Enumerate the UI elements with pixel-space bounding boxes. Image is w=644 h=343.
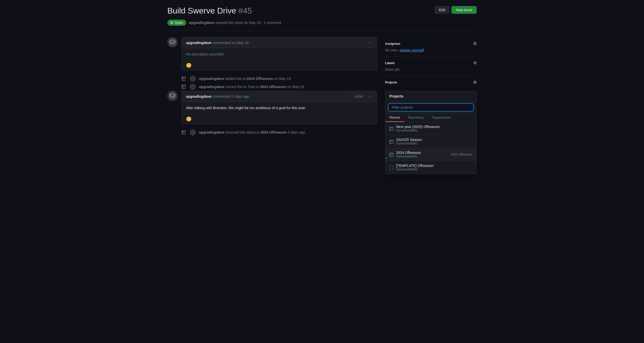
more-options-icon-1[interactable]: ··· [368, 40, 373, 45]
projects-dropdown: Projects Recent Repository Organization [385, 91, 477, 174]
svg-rect-20 [169, 95, 171, 96]
svg-rect-1 [170, 39, 175, 40]
svg-rect-30 [390, 127, 393, 131]
selected-arrow-icon [385, 156, 388, 163]
timeline-target-3: 2024 Offseason [260, 130, 287, 134]
timeline-suffix-1: on May 19 [274, 77, 291, 81]
timeline-actor-3: upgradingdave [199, 130, 224, 134]
timeline-suffix-2: on May 19 [287, 85, 304, 89]
comment-header-2: upgradingdave commented 2 days ago Autho… [182, 91, 377, 102]
more-options-icon-2[interactable]: ··· [368, 94, 373, 99]
issue-number: #45 [238, 6, 252, 15]
tab-recent[interactable]: Recent [385, 113, 404, 122]
dropdown-header: Projects [385, 91, 476, 102]
svg-rect-18 [170, 93, 175, 94]
emoji-reaction-button-1[interactable]: 🙂 [186, 63, 192, 68]
new-issue-button[interactable]: New issue [451, 6, 477, 14]
svg-rect-25 [173, 98, 174, 99]
projects-section: Projects ⚙ Projects Recent Repository Or… [385, 76, 477, 91]
project-owner-3: Fahrenheit6882 [396, 155, 448, 158]
project-item-1[interactable]: Next year (2025) Offseason Fahrenheit688… [385, 122, 476, 135]
status-badge: Open [167, 20, 186, 26]
comment-header-1: upgradingdave commented on May 19 ··· [182, 37, 377, 48]
svg-rect-39 [390, 166, 393, 169]
comment-author-2: upgradingdave [186, 94, 211, 98]
projects-tabs: Recent Repository Organization [385, 113, 476, 122]
project-name-1: Next year (2025) Offseason [396, 125, 472, 129]
assignees-label: Assignees [385, 42, 400, 46]
issue-author: upgradingdave opened this issue on May 1… [189, 21, 281, 25]
timeline-item-3: upgradingdave removed the status in 2024… [167, 128, 377, 136]
filter-projects-input[interactable] [388, 104, 473, 111]
issue-title: Build Swerve Drive #45 [167, 6, 252, 16]
tab-repository[interactable]: Repository [404, 113, 428, 122]
assignees-section: Assignees ⚙ No one—assign yourself [385, 37, 477, 56]
projects-label: Projects [385, 81, 397, 84]
timeline-item-1: upgradingdave added this to 2024 Offseas… [167, 75, 377, 83]
header-buttons: Edit New issue [435, 6, 477, 14]
project-icon-3 [181, 129, 187, 135]
comment-body-2: After talking with Brandon, this might b… [182, 102, 377, 114]
project-icon-2 [181, 84, 187, 90]
timeline-suffix-3: 2 days ago [288, 130, 305, 134]
tab-organization[interactable]: Organization [428, 113, 455, 122]
page-header: Build Swerve Drive #45 Edit New issue [167, 6, 477, 16]
header-divider [167, 31, 477, 31]
project-owner-4: Fahrenheit6882 [396, 168, 472, 171]
comment-timestamp-1: commented on May 19 [212, 41, 248, 45]
timeline-action-1: added this to [225, 77, 246, 81]
project-name-4: [TEMPLATE] Offseason [396, 164, 472, 168]
project-board-icon-4 [389, 165, 393, 169]
project-tag-3: 2024 Offseason [451, 153, 472, 156]
edit-button[interactable]: Edit [435, 6, 449, 14]
timeline-avatar-3 [190, 129, 196, 135]
project-owner-1: Fahrenheit6882 [396, 129, 472, 132]
labels-label: Labels [385, 61, 395, 65]
filter-input-wrapper [385, 102, 476, 113]
svg-rect-9 [182, 77, 185, 80]
issue-meta: Open upgradingdave opened this issue on … [167, 20, 477, 26]
comment-meta-2: upgradingdave commented 2 days ago [186, 94, 250, 98]
assignees-gear-icon[interactable]: ⚙ [473, 41, 477, 46]
project-item-3[interactable]: 2024 Offseason Fahrenheit6882 2024 Offse… [385, 148, 476, 161]
svg-rect-29 [190, 129, 196, 135]
comment-block-1: upgradingdave commented on May 19 ··· No… [167, 37, 377, 70]
svg-rect-23 [170, 97, 174, 98]
svg-rect-2 [169, 40, 175, 41]
timeline-target-1: 2024 Offseason [247, 77, 273, 81]
comment-card-1: upgradingdave commented on May 19 ··· No… [182, 37, 377, 70]
status-text: Open [174, 21, 183, 25]
comment-body-1: No description provided. [182, 48, 377, 60]
timeline-actor-1: upgradingdave [199, 77, 224, 81]
svg-rect-13 [182, 85, 185, 89]
timeline-action-2: moved this to Todo in [225, 85, 259, 89]
svg-rect-3 [169, 41, 171, 42]
emoji-reaction-button-2[interactable]: 🙂 [186, 117, 192, 122]
author-badge: Author [352, 94, 366, 99]
labels-section: Labels ⚙ None yet [385, 56, 477, 76]
assignees-value: No one—assign yourself [385, 48, 477, 52]
project-name-2: 2024/25 Season [396, 138, 472, 142]
svg-rect-5 [169, 42, 175, 44]
comment-footer-2: 🙂 [182, 114, 377, 124]
comment-meta-1: upgradingdave commented on May 19 [186, 41, 249, 45]
projects-gear-icon[interactable]: ⚙ [473, 80, 477, 85]
project-name-3: 2024 Offseason [396, 151, 448, 155]
svg-rect-22 [169, 96, 175, 97]
comment-card-2: upgradingdave commented 2 days ago Autho… [182, 91, 377, 124]
project-board-icon-2 [389, 139, 393, 144]
content-area: upgradingdave commented on May 19 ··· No… [167, 37, 377, 136]
assign-yourself-link[interactable]: assign yourself [400, 48, 424, 52]
svg-rect-36 [390, 153, 393, 156]
project-icon-1 [181, 76, 187, 82]
svg-rect-19 [169, 94, 175, 95]
project-item-2[interactable]: 2024/25 Season Fahrenheit6882 [385, 135, 476, 148]
svg-rect-33 [390, 140, 393, 144]
project-item-4[interactable]: [TEMPLATE] Offseason Fahrenheit6882 [385, 161, 476, 174]
labels-gear-icon[interactable]: ⚙ [473, 61, 477, 65]
svg-rect-12 [190, 76, 196, 82]
svg-rect-6 [170, 44, 174, 45]
svg-rect-4 [174, 41, 175, 42]
labels-value: None yet [385, 67, 477, 72]
svg-rect-7 [171, 45, 172, 46]
